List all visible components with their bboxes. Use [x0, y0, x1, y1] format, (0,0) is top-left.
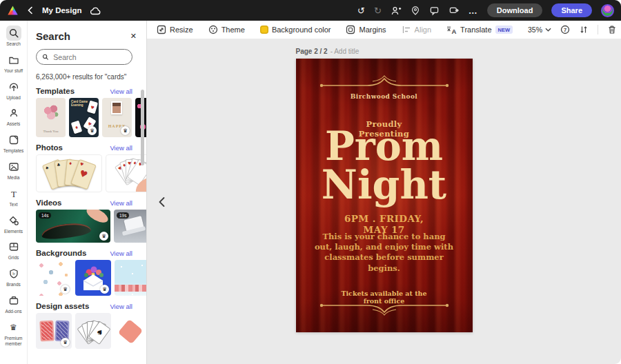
add-ons-icon: [6, 293, 21, 308]
translate-button[interactable]: A Translate NEW: [446, 26, 513, 34]
svg-text:T: T: [11, 188, 17, 199]
template-thumb-card-game-evening[interactable]: Card Game Evening ♥ ♦ ♥ ♛: [69, 98, 99, 137]
flower-graphic: [43, 103, 59, 121]
share-button[interactable]: Share: [551, 3, 592, 17]
document-toolbar: Resize Theme Background color Margins Al…: [147, 21, 621, 39]
sidebar-label: Premium member: [1, 336, 27, 347]
view-all-backgrounds-link[interactable]: View all: [110, 250, 132, 257]
svg-text:7: 7: [564, 27, 566, 33]
sidebar-label: Upload: [6, 95, 21, 101]
template-thumb-thank-you[interactable]: Thank You: [36, 98, 66, 137]
undo-button[interactable]: ↺: [357, 6, 365, 15]
sidebar-item-your-stuff[interactable]: Your stuff: [0, 52, 28, 74]
photos-row: ♠ ♣ ♦ ♥♥ ♥ ♦ ♥ ♦ ♥: [36, 154, 147, 192]
sidebar-item-search[interactable]: Search: [0, 26, 28, 47]
theme-button[interactable]: Theme: [208, 25, 245, 34]
logo-triangle: [8, 6, 18, 15]
sidebar-item-brands[interactable]: b Brands: [0, 266, 28, 287]
card-graphic: ♦: [71, 121, 83, 134]
redo-button[interactable]: ↻: [374, 6, 382, 15]
poster-body-text[interactable]: This is your chance to hang out, laugh, …: [313, 232, 455, 274]
zoom-control[interactable]: 35%: [528, 26, 551, 34]
premium-crown-icon: ♛: [6, 320, 21, 335]
ornament-bottom: [318, 301, 451, 316]
search-field-icon: [42, 53, 48, 61]
background-thumb-envelope-flowers[interactable]: ♛: [75, 260, 111, 296]
ornament-top: [318, 75, 451, 90]
align-button[interactable]: Align: [402, 25, 431, 34]
resize-button[interactable]: Resize: [157, 25, 193, 34]
template-caption: Card Game Evening: [71, 100, 89, 108]
video-thumb-card-shuffle[interactable]: 14s ♛: [36, 210, 110, 243]
cloud-sync-icon: [90, 6, 101, 15]
sidebar-item-assets[interactable]: Assets: [0, 105, 28, 127]
add-title-link[interactable]: - Add title: [331, 48, 359, 55]
design-asset-thumb-card-fan[interactable]: ♠: [75, 313, 111, 349]
video-thumb-laptop[interactable]: 19s: [114, 210, 147, 243]
media-icon: [6, 159, 21, 174]
poster-page[interactable]: Birchwood School Proudly Presenting Prom…: [296, 59, 473, 332]
view-all-design-assets-link[interactable]: View all: [110, 303, 132, 310]
templates-icon: [6, 132, 21, 148]
document-title[interactable]: My Design: [42, 6, 82, 14]
sidebar-label: Search: [6, 41, 21, 47]
view-all-videos-link[interactable]: View all: [110, 199, 132, 207]
photo-thumb-vintage-aces[interactable]: ♠ ♣ ♦ ♥♥: [36, 154, 102, 192]
sidebar-item-media[interactable]: Media: [0, 159, 28, 181]
toolbar-divider: [598, 25, 598, 34]
sidebar-item-text[interactable]: T Text: [0, 186, 28, 208]
search-input[interactable]: [52, 52, 126, 62]
adobe-express-logo[interactable]: [7, 5, 19, 17]
template-caption: Thank You: [36, 130, 66, 133]
background-color-button[interactable]: Background color: [260, 26, 331, 34]
folder-icon: [6, 52, 21, 68]
reorder-pages-icon: [579, 25, 589, 34]
poster-title-text[interactable]: Prom Night: [296, 127, 473, 205]
elements-icon: [6, 213, 21, 228]
sidebar-item-templates[interactable]: Templates: [0, 132, 28, 154]
design-assets-row: ♛ ♠: [36, 313, 147, 349]
app-window: My Design ↺ ↻ … Download Share: [0, 0, 621, 364]
sidebar-item-elements[interactable]: Elements: [0, 213, 28, 234]
sidebar-item-premium-member[interactable]: ♛ Premium member: [0, 320, 28, 347]
design-asset-thumb-partial[interactable]: [115, 313, 147, 349]
section-title-photos: Photos: [36, 143, 63, 152]
user-avatar[interactable]: [601, 4, 614, 17]
sidebar-item-add-ons[interactable]: Add-ons: [0, 293, 28, 314]
download-button[interactable]: Download: [487, 3, 543, 17]
canvas-area: Page 2 / 2 - Add title Birchwood School …: [147, 39, 621, 364]
close-icon[interactable]: ✕: [130, 32, 137, 41]
template-thumb-happy[interactable]: HAPPY ♛: [102, 98, 132, 137]
more-options-button[interactable]: …: [469, 6, 478, 16]
publish-icon[interactable]: [448, 6, 460, 16]
design-asset-thumb-card-backs[interactable]: ♛: [36, 313, 72, 349]
delete-page-button[interactable]: [607, 25, 617, 34]
page-duration-button[interactable]: 7: [560, 25, 570, 34]
duration-icon: 7: [560, 25, 570, 34]
video-duration-badge: 19s: [117, 212, 129, 219]
premium-crown-badge: ♛: [88, 126, 97, 135]
background-thumb-winter-town[interactable]: [115, 260, 147, 296]
sidebar-item-upload[interactable]: Upload: [0, 79, 28, 101]
back-button[interactable]: [26, 6, 34, 15]
text-icon: T: [6, 186, 21, 201]
new-badge: NEW: [495, 26, 513, 34]
pin-icon[interactable]: [411, 6, 420, 16]
background-color-swatch: [260, 26, 268, 34]
panel-scrollbar[interactable]: [141, 90, 144, 165]
background-thumb-pattern[interactable]: ♛: [36, 260, 72, 296]
collapse-panel-chevron[interactable]: [158, 196, 166, 210]
invite-people-icon[interactable]: [391, 6, 402, 16]
view-all-templates-link[interactable]: View all: [110, 88, 132, 95]
section-title-videos: Videos: [36, 199, 62, 207]
sidebar-label: Assets: [7, 121, 21, 127]
sidebar-item-grids[interactable]: Grids: [0, 239, 28, 261]
margins-button[interactable]: Margins: [346, 25, 386, 34]
comment-icon[interactable]: [429, 6, 440, 16]
reorder-pages-button[interactable]: [579, 25, 589, 34]
search-input-container[interactable]: [36, 49, 132, 65]
margins-icon: [346, 25, 355, 34]
poster-school-text[interactable]: Birchwood School: [351, 93, 417, 100]
view-all-photos-link[interactable]: View all: [110, 144, 132, 152]
search-panel: Search ✕ 6,263,000+ results for "cards" …: [28, 21, 147, 364]
